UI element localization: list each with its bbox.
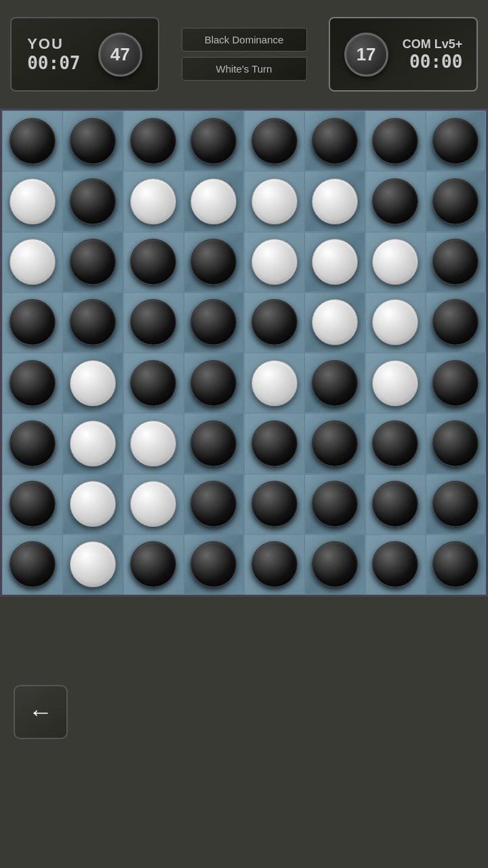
board-cell[interactable] bbox=[244, 171, 304, 231]
board-cell[interactable] bbox=[62, 292, 123, 353]
board-cell[interactable] bbox=[62, 413, 123, 473]
board-cell[interactable] bbox=[304, 292, 365, 353]
board-cell[interactable] bbox=[184, 171, 244, 231]
black-piece bbox=[432, 118, 479, 164]
back-button[interactable]: ← bbox=[14, 685, 68, 739]
board-cell[interactable] bbox=[426, 534, 486, 595]
white-piece bbox=[312, 299, 358, 345]
black-piece bbox=[9, 420, 56, 467]
game-status-title: Black Dominance bbox=[182, 28, 307, 52]
board-cell[interactable] bbox=[304, 111, 365, 171]
board-cell[interactable] bbox=[184, 111, 244, 171]
board-cell[interactable] bbox=[365, 171, 426, 231]
board-cell[interactable] bbox=[184, 353, 244, 413]
board-cell[interactable] bbox=[304, 353, 365, 413]
board-cell[interactable] bbox=[365, 111, 426, 171]
board-cell[interactable] bbox=[244, 474, 304, 534]
white-piece bbox=[70, 420, 116, 467]
black-piece bbox=[251, 541, 298, 587]
board-cell[interactable] bbox=[62, 171, 123, 231]
board-cell[interactable] bbox=[184, 232, 244, 292]
board-cell[interactable] bbox=[2, 534, 62, 595]
white-piece bbox=[130, 178, 176, 224]
board-cell[interactable] bbox=[2, 232, 62, 292]
board-cell[interactable] bbox=[365, 292, 426, 353]
board-cell[interactable] bbox=[123, 534, 184, 595]
board-cell[interactable] bbox=[123, 111, 184, 171]
black-piece bbox=[312, 420, 358, 467]
board-cell[interactable] bbox=[2, 171, 62, 231]
white-piece bbox=[251, 178, 298, 224]
board-cell[interactable] bbox=[365, 232, 426, 292]
white-piece bbox=[251, 360, 298, 406]
board-cell[interactable] bbox=[123, 232, 184, 292]
board-cell[interactable] bbox=[62, 353, 123, 413]
board-cell[interactable] bbox=[426, 413, 486, 473]
board-cell[interactable] bbox=[184, 292, 244, 353]
board-cell[interactable] bbox=[426, 292, 486, 353]
white-piece bbox=[251, 239, 298, 285]
white-piece bbox=[9, 178, 56, 224]
board-cell[interactable] bbox=[123, 292, 184, 353]
board-cell[interactable] bbox=[304, 232, 365, 292]
board-cell[interactable] bbox=[244, 353, 304, 413]
game-board[interactable] bbox=[0, 108, 488, 597]
black-piece bbox=[372, 420, 418, 467]
white-piece bbox=[190, 178, 237, 224]
board-grid[interactable] bbox=[2, 111, 486, 595]
black-piece bbox=[372, 118, 418, 164]
black-piece bbox=[432, 299, 479, 345]
black-piece bbox=[9, 299, 56, 345]
board-cell[interactable] bbox=[365, 534, 426, 595]
board-cell[interactable] bbox=[244, 534, 304, 595]
black-piece bbox=[312, 360, 358, 406]
black-piece bbox=[130, 360, 176, 406]
board-cell[interactable] bbox=[62, 111, 123, 171]
board-cell[interactable] bbox=[244, 292, 304, 353]
board-cell[interactable] bbox=[426, 474, 486, 534]
board-cell[interactable] bbox=[426, 353, 486, 413]
com-info: COM Lv5+ 00:00 bbox=[403, 37, 463, 72]
board-cell[interactable] bbox=[2, 474, 62, 534]
board-cell[interactable] bbox=[426, 111, 486, 171]
board-cell[interactable] bbox=[2, 413, 62, 473]
board-cell[interactable] bbox=[2, 292, 62, 353]
black-piece bbox=[70, 178, 116, 224]
board-cell[interactable] bbox=[244, 232, 304, 292]
board-cell[interactable] bbox=[123, 171, 184, 231]
com-label: COM Lv5+ bbox=[403, 37, 463, 52]
board-cell[interactable] bbox=[184, 474, 244, 534]
board-cell[interactable] bbox=[123, 413, 184, 473]
board-cell[interactable] bbox=[2, 353, 62, 413]
black-piece bbox=[372, 178, 418, 224]
player-score: 47 bbox=[98, 33, 142, 77]
board-cell[interactable] bbox=[184, 413, 244, 473]
black-piece bbox=[190, 360, 237, 406]
board-cell[interactable] bbox=[426, 232, 486, 292]
board-cell[interactable] bbox=[2, 111, 62, 171]
board-cell[interactable] bbox=[365, 413, 426, 473]
board-cell[interactable] bbox=[244, 413, 304, 473]
board-cell[interactable] bbox=[304, 171, 365, 231]
board-cell[interactable] bbox=[62, 474, 123, 534]
board-cell[interactable] bbox=[304, 413, 365, 473]
black-piece bbox=[9, 118, 56, 164]
board-cell[interactable] bbox=[304, 534, 365, 595]
board-cell[interactable] bbox=[426, 171, 486, 231]
board-cell[interactable] bbox=[304, 474, 365, 534]
board-cell[interactable] bbox=[365, 353, 426, 413]
center-panel: Black Dominance White's Turn bbox=[182, 28, 307, 81]
board-cell[interactable] bbox=[365, 474, 426, 534]
white-piece bbox=[372, 299, 418, 345]
black-piece bbox=[130, 299, 176, 345]
com-score: 17 bbox=[344, 33, 388, 77]
board-cell[interactable] bbox=[123, 353, 184, 413]
board-cell[interactable] bbox=[62, 534, 123, 595]
bottom-area: ← bbox=[0, 597, 488, 773]
board-cell[interactable] bbox=[62, 232, 123, 292]
board-cell[interactable] bbox=[244, 111, 304, 171]
black-piece bbox=[70, 299, 116, 345]
player-info: YOU 00:07 bbox=[27, 35, 80, 73]
board-cell[interactable] bbox=[123, 474, 184, 534]
board-cell[interactable] bbox=[184, 534, 244, 595]
